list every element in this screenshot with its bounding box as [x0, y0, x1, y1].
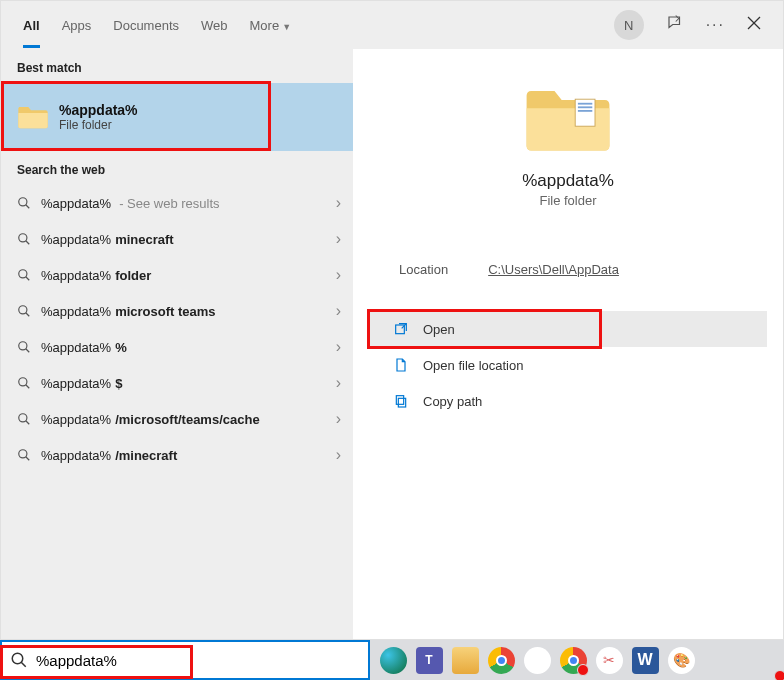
search-window: All Apps Documents Web More▼ N ··· Best … [0, 0, 784, 640]
svg-rect-24 [396, 396, 403, 405]
svg-point-6 [19, 270, 27, 278]
preview-panel: %appdata% File folder Location C:\Users\… [353, 49, 783, 639]
svg-point-12 [19, 378, 27, 386]
chevron-right-icon: › [336, 446, 341, 464]
svg-line-5 [26, 241, 30, 245]
chevron-right-icon: › [336, 194, 341, 212]
actions: Open Open file location Copy path [369, 311, 767, 419]
svg-rect-20 [578, 106, 592, 108]
filter-tabs: All Apps Documents Web More▼ [13, 4, 614, 47]
app-edge[interactable] [376, 643, 410, 677]
app-chrome-2[interactable] [556, 643, 590, 677]
svg-line-13 [26, 385, 30, 389]
suggestion-text: %appdata% - See web results [41, 196, 326, 211]
svg-point-4 [19, 234, 27, 242]
chevron-right-icon: › [336, 338, 341, 356]
svg-line-26 [21, 662, 26, 667]
svg-rect-19 [578, 103, 592, 105]
svg-line-9 [26, 313, 30, 317]
chevron-right-icon: › [336, 230, 341, 248]
app-slack[interactable]: * [520, 643, 554, 677]
best-match-result[interactable]: %appdata% File folder [1, 83, 353, 151]
header: All Apps Documents Web More▼ N ··· [1, 1, 783, 49]
suggestion-text: %appdata%/minecraft [41, 448, 326, 463]
suggestion-text: %appdata% microsoft teams [41, 304, 326, 319]
header-actions: N ··· [614, 10, 771, 40]
location-link[interactable]: C:\Users\Dell\AppData [488, 262, 619, 277]
preview-title: %appdata% [522, 171, 614, 191]
svg-point-16 [19, 450, 27, 458]
tab-all[interactable]: All [23, 4, 40, 47]
body: Best match %appdata% File folder Search … [1, 49, 783, 639]
suggestion-text: %appdata% folder [41, 268, 326, 283]
suggestion-row[interactable]: %appdata%%› [1, 329, 353, 365]
suggestion-row[interactable]: %appdata%/minecraft› [1, 437, 353, 473]
chevron-down-icon: ▼ [282, 22, 291, 32]
svg-point-8 [19, 306, 27, 314]
app-paint[interactable]: 🎨 [664, 643, 698, 677]
svg-point-10 [19, 342, 27, 350]
action-open-file-location[interactable]: Open file location [369, 347, 767, 383]
preview-header: %appdata% File folder [369, 73, 767, 232]
taskbar-search[interactable] [0, 640, 370, 680]
search-icon [17, 196, 31, 210]
folder-large-icon [523, 83, 613, 155]
close-icon[interactable] [747, 16, 761, 34]
app-chrome[interactable] [484, 643, 518, 677]
more-icon[interactable]: ··· [706, 16, 725, 34]
svg-line-15 [26, 421, 30, 425]
suggestion-text: %appdata%/microsoft/teams/cache [41, 412, 326, 427]
tab-more[interactable]: More▼ [250, 4, 292, 47]
feedback-icon[interactable] [666, 14, 684, 36]
svg-line-3 [26, 205, 30, 209]
suggestion-row[interactable]: %appdata% - See web results› [1, 185, 353, 221]
suggestion-row[interactable]: %appdata%$› [1, 365, 353, 401]
search-icon [17, 340, 31, 354]
search-icon [17, 448, 31, 462]
app-snip[interactable]: ✂ [592, 643, 626, 677]
suggestion-text: %appdata%% [41, 340, 326, 355]
action-open[interactable]: Open [369, 311, 767, 347]
search-icon [10, 651, 28, 669]
svg-point-2 [19, 198, 27, 206]
suggestion-row[interactable]: %appdata% minecraft› [1, 221, 353, 257]
app-file-explorer[interactable] [448, 643, 482, 677]
search-icon [17, 376, 31, 390]
tab-documents[interactable]: Documents [113, 4, 179, 47]
svg-line-17 [26, 457, 30, 461]
open-icon [393, 321, 409, 337]
svg-point-14 [19, 414, 27, 422]
svg-rect-23 [398, 398, 405, 407]
avatar[interactable]: N [614, 10, 644, 40]
chevron-right-icon: › [336, 374, 341, 392]
tab-apps[interactable]: Apps [62, 4, 92, 47]
search-icon [17, 268, 31, 282]
taskbar-apps: T * ✂ W 🎨 [370, 643, 698, 677]
chevron-right-icon: › [336, 266, 341, 284]
app-word[interactable]: W [628, 643, 662, 677]
svg-point-25 [12, 653, 23, 664]
svg-rect-21 [578, 110, 592, 112]
suggestion-row[interactable]: %appdata%/microsoft/teams/cache› [1, 401, 353, 437]
app-teams[interactable]: T [412, 643, 446, 677]
location-label: Location [399, 262, 448, 277]
preview-subtitle: File folder [539, 193, 596, 208]
suggestion-row[interactable]: %appdata% microsoft teams› [1, 293, 353, 329]
action-copy-path[interactable]: Copy path [369, 383, 767, 419]
search-web-label: Search the web [1, 151, 353, 185]
suggestion-list: %appdata% - See web results›%appdata% mi… [1, 185, 353, 473]
best-match-title: %appdata% [59, 102, 138, 118]
chevron-right-icon: › [336, 410, 341, 428]
search-input[interactable] [36, 652, 360, 669]
tab-web[interactable]: Web [201, 4, 228, 47]
search-icon [17, 412, 31, 426]
suggestion-row[interactable]: %appdata% folder› [1, 257, 353, 293]
suggestion-text: %appdata%$ [41, 376, 326, 391]
svg-line-7 [26, 277, 30, 281]
location-row: Location C:\Users\Dell\AppData [369, 262, 767, 277]
best-match-subtitle: File folder [59, 118, 138, 132]
chevron-right-icon: › [336, 302, 341, 320]
folder-icon [17, 103, 49, 131]
best-match-label: Best match [1, 49, 353, 83]
search-icon [17, 232, 31, 246]
